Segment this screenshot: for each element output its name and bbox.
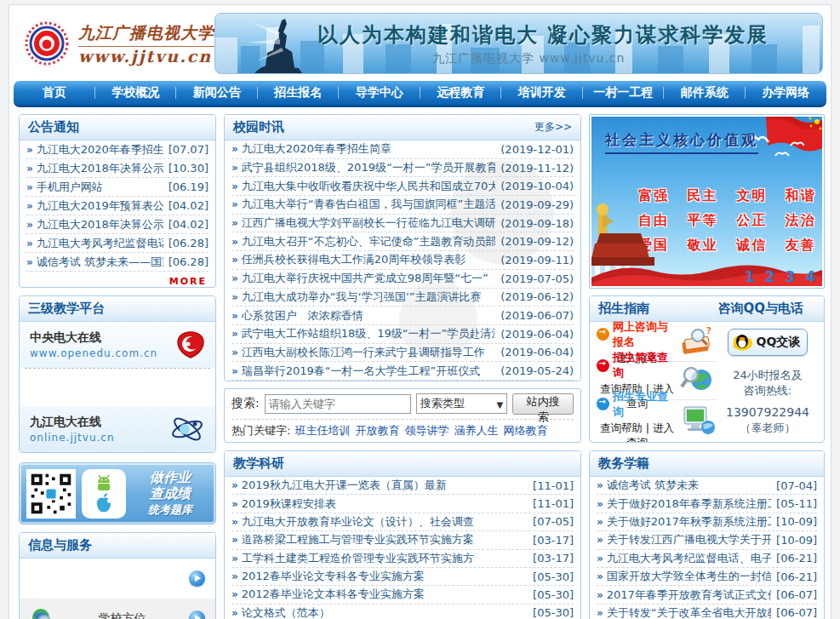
news-item[interactable]: 2012春毕业论文专科各专业实施方案 [05-30]	[231, 568, 574, 586]
slider-page-number[interactable]: 2	[764, 270, 774, 284]
news-item[interactable]: 江西电大副校长陈江鸿一行来武宁县调研指导工作 (2019-06-04)	[231, 344, 574, 363]
nav-item[interactable]: 办学网络	[746, 81, 827, 105]
qq-chat-button[interactable]: QQ交谈	[728, 329, 809, 356]
main-nav: 首页 学校概况 新闻公告 招生报名 导学中心 远程教育 培训开发 一村一工程 邮…	[14, 81, 826, 107]
platform-url: online.jjtvu.cn	[30, 432, 115, 444]
double-arrow-icon	[26, 181, 33, 193]
logo-text: 九江广播电视大学 www.jjtvu.cn	[78, 22, 214, 66]
news-item[interactable]: 道路桥梁工程施工与管理专业实践环节实施方案 [03-17]	[231, 531, 574, 549]
arrow-circle-icon	[597, 359, 609, 372]
news-item[interactable]: 九江电大举行庆祝中国共产党成立98周年暨“七一” (2019-07-05)	[231, 270, 574, 289]
nav-item[interactable]: 招生报名	[258, 81, 340, 105]
news-item[interactable]: 国家开放大学致全体考生的一封信 [06-21]	[597, 568, 817, 586]
nav-item[interactable]: 首页	[14, 81, 95, 105]
double-arrow-icon	[597, 607, 603, 619]
news-item[interactable]: 武宁县组织2018级、2019级“一村一”学员开展教育教学 (2019-11-1…	[231, 159, 574, 178]
dropdown-arrow-icon	[497, 398, 504, 410]
news-item[interactable]: 任洲兵校长获得电大工作满20周年校领导表彰 (2019-09-11)	[231, 251, 574, 270]
news-item[interactable]: 2012春毕业论文本科各专业实施方案 [05-30]	[231, 586, 574, 604]
nav-item[interactable]: 新闻公告	[176, 81, 258, 105]
news-item[interactable]: 瑞昌举行2019春“一村一名大学生工程”开班仪式 (2019-05-24)	[231, 362, 574, 381]
play-button-icon[interactable]	[189, 610, 205, 619]
computer-globe-icon	[679, 404, 717, 436]
hot-keyword-link[interactable]: 领导讲学	[404, 423, 449, 438]
slider-page-number[interactable]: 3	[785, 270, 795, 284]
announcements-list: 九江电大2020年春季招生简章 [07.07] 九江电大2018年决算公示 [1…	[20, 140, 215, 272]
header-banner: 以人为本构建和谐电大 凝心聚力谋求科学发展 九江广播电视大学 www.jjtvu…	[214, 13, 823, 74]
hot-keyword-link[interactable]: 涵养人生	[454, 423, 498, 438]
news-item[interactable]: 武宁电大工作站组织18级、19级“一村一”学员赴清江乡 (2019-06-04)	[231, 325, 574, 344]
search-type-select[interactable]: 搜索类型	[416, 393, 508, 414]
news-item[interactable]: 2019秋课程安排表 [11-01]	[231, 495, 574, 513]
announcements-more-link[interactable]: MORE	[169, 276, 207, 287]
announcement-item[interactable]: 九江电大2018年决算公示 [04.02]	[26, 215, 209, 234]
news-item[interactable]: 2019秋九江电大开课一览表（直属）最新 [11-01]	[231, 477, 574, 495]
nav-item[interactable]: 学校概况	[95, 81, 177, 105]
news-item[interactable]: 心系贫困户 浓浓粽香情 (2019-06-07)	[231, 307, 574, 325]
news-item[interactable]: 九江电大集中收听收看庆祝中华人民共和国成立70大会 (2019-10-04)	[231, 177, 574, 196]
news-item[interactable]: 关于转发“关于改革全省电大开放教育文字教材 [06-07]	[597, 605, 817, 619]
news-item[interactable]: 九江电大开放教育毕业论文（设计）、社会调查 [07-05]	[231, 513, 574, 531]
announcement-item[interactable]: 九江电大2019年预算表公示 [04.02]	[26, 197, 209, 215]
announcement-item[interactable]: 九江电大考风考纪监督电话、 [06.28]	[26, 234, 209, 253]
news-item[interactable]: 九江电大成功举办“我与‘学习强国’”主题演讲比赛 (2019-06-12)	[231, 289, 574, 307]
site-logo[interactable]: 九江广播电视大学 www.jjtvu.cn	[12, 19, 214, 68]
slide-core-values[interactable]: 社会主义核心价值观 富强 民主 文明 和谐自由 平等 公正 法治爱国 敬业 诚信…	[591, 117, 822, 286]
announcement-item[interactable]: 诚信考试 筑梦未来——国家开 [06.28]	[26, 253, 209, 272]
platform-name: 中央电大在线	[30, 330, 157, 346]
platform-item-jjtvu-online[interactable]: 九江电大在线 online.jjtvu.cn	[20, 406, 215, 452]
double-arrow-icon	[26, 163, 33, 175]
academic-title: 教务学籍	[598, 456, 649, 472]
play-button-icon[interactable]	[189, 570, 205, 587]
search-input[interactable]	[265, 394, 411, 414]
hot-keyword-link[interactable]: 网络教育	[503, 423, 547, 438]
announcement-item[interactable]: 九江电大2020年春季招生简章 [07.07]	[26, 140, 209, 159]
nav-item[interactable]: 一村一工程	[583, 81, 665, 105]
nav-item[interactable]: 远程教育	[420, 81, 502, 105]
news-item[interactable]: 关于做好2017年秋季新系统注册工作的通知 [10-09]	[597, 513, 817, 531]
slide-title: 社会主义核心价值观	[605, 130, 758, 154]
news-item[interactable]: 关于做好2018年春季新系统注册工作的通知 [05-11]	[597, 495, 817, 513]
service-item-location[interactable]: 学校方位	[20, 599, 215, 619]
nav-item[interactable]: 邮件系统	[664, 81, 746, 105]
major-query-help-link[interactable]: 查询帮助 | 进入查询	[597, 421, 677, 444]
nav-item[interactable]: 导学中心	[339, 81, 420, 105]
search-type-value: 搜索类型	[420, 396, 465, 411]
announcement-item[interactable]: 手机用户网站 [06.19]	[26, 178, 209, 197]
hot-keyword-link[interactable]: 班主任培训	[294, 423, 350, 438]
news-item[interactable]: 九江电大2020年春季招生简章 (2019-12-01)	[231, 140, 574, 159]
banner-slider: 社会主义核心价值观 富强 民主 文明 和谐自由 平等 公正 法治爱国 敬业 诚信…	[589, 114, 825, 289]
double-arrow-icon	[26, 200, 33, 212]
double-arrow-icon	[231, 310, 238, 322]
page-container: 九江广播电视大学 www.jjtvu.cn	[9, 4, 831, 619]
campus-news-more-link[interactable]: 更多>>	[534, 120, 572, 135]
news-item[interactable]: 江西广播电视大学刘平副校长一行莅临九江电大调研指导 (2019-09-18)	[231, 215, 574, 233]
teaching-list: 2019秋九江电大开课一览表（直属）最新 [11-01] 2019秋课程安排表 …	[225, 477, 580, 619]
qq-button-label: QQ交谈	[757, 335, 801, 350]
news-item[interactable]: 九江电大召开“不忘初心、牢记使命”主题教育动员部署 (2019-09-12)	[231, 232, 574, 251]
double-arrow-icon	[597, 516, 603, 528]
online-consult-link[interactable]: 网上咨询与报名	[613, 319, 677, 350]
app-download-banner[interactable]: 做作业查成绩统考题库	[19, 462, 216, 524]
slider-page-number[interactable]: 1	[745, 270, 755, 284]
brochure-query-link[interactable]: 招生简章查询	[613, 350, 677, 381]
hot-keyword-link[interactable]: 开放教育	[355, 423, 399, 438]
double-arrow-icon	[597, 498, 603, 510]
news-item[interactable]: 诚信考试 筑梦未来 [07-04]	[597, 477, 817, 495]
double-arrow-icon	[231, 162, 238, 174]
major-query-link[interactable]: 招生专业查询	[613, 389, 677, 420]
nav-item[interactable]: 培训开发	[501, 81, 583, 105]
announcement-item[interactable]: 九江电大2018年决算公示 [10.30]	[26, 159, 209, 178]
service-item[interactable]	[20, 559, 215, 599]
news-item[interactable]: 关于转发江西广播电视大学关于开展2017年秋季 [10-09]	[597, 531, 817, 549]
news-item[interactable]: 论文格式（范本） [05-30]	[231, 605, 574, 619]
double-arrow-icon	[597, 534, 603, 546]
site-search-button[interactable]: 站内搜索	[512, 393, 574, 415]
teaching-panel: 教学科研 2019秋九江电大开课一览表（直属）最新 [11-01] 2019秋课	[224, 450, 581, 619]
news-item[interactable]: 工学科土建类工程造价管理专业实践环节实施方 [03-17]	[231, 550, 574, 568]
platform-item-openedu[interactable]: 中央电大在线 www.openedu.com.cn	[20, 322, 215, 368]
news-item[interactable]: 2017年春季开放教育考试正式文件 [06-07]	[597, 586, 817, 604]
news-item[interactable]: 九江电大考风考纪监督电话、电子邮箱 [06-21]	[597, 550, 817, 568]
news-item[interactable]: 九江电大举行“青春告白祖国，我与国旗同框”主题活动 (2019-09-29)	[231, 196, 574, 215]
slider-page-number[interactable]: 4	[805, 270, 815, 284]
